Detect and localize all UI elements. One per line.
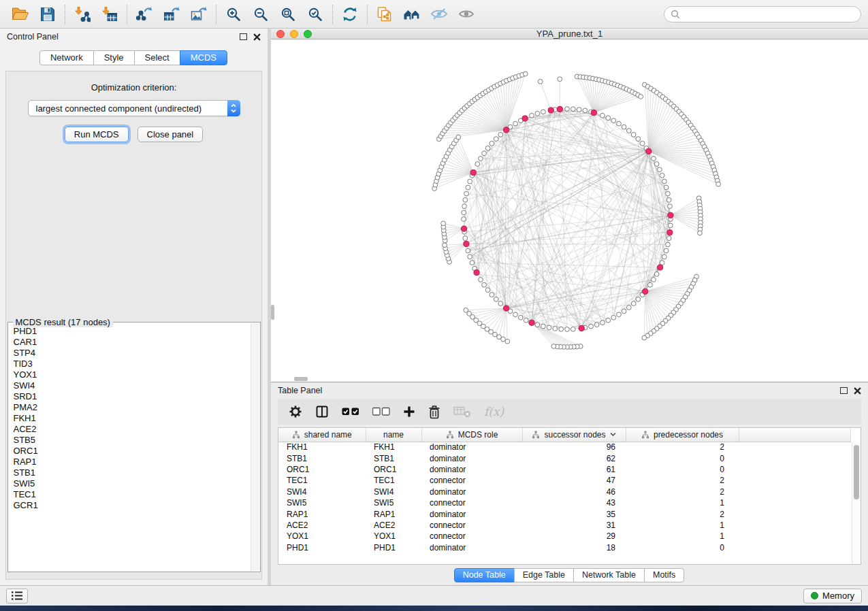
search-input[interactable] xyxy=(684,10,854,19)
toolbar-separator xyxy=(367,5,368,24)
mcds-result-item[interactable]: PHD1 xyxy=(14,326,251,337)
tab-style[interactable]: Style xyxy=(93,50,135,65)
minimize-window-icon[interactable] xyxy=(290,30,298,38)
hierarchy-icon xyxy=(532,431,540,439)
tab-node-table[interactable]: Node Table xyxy=(454,568,515,582)
delete-table-button-disabled[interactable] xyxy=(453,406,471,418)
tab-select[interactable]: Select xyxy=(134,50,180,65)
table-row[interactable]: SWI4SWI4dominator462 xyxy=(278,486,851,497)
mcds-result-item[interactable]: PMA2 xyxy=(14,402,251,413)
export-table-button[interactable] xyxy=(158,2,185,27)
tab-edge-table[interactable]: Edge Table xyxy=(514,568,574,582)
mcds-result-list: PHD1 CAR1 STP4 TID3 YOX1 SWI4 SRD1 PMA2 … xyxy=(9,323,251,571)
hide-selected-button[interactable] xyxy=(425,2,453,27)
create-column-button[interactable] xyxy=(403,406,415,418)
workspace: Control Panel Network Style Select MCDS … xyxy=(0,29,868,585)
mcds-result-item[interactable]: ACE2 xyxy=(14,424,251,435)
show-column-panel-button[interactable] xyxy=(315,405,329,418)
table-row[interactable]: STB1STB1dominator620 xyxy=(278,452,851,463)
column-header-successor-nodes[interactable]: successor nodes xyxy=(522,428,626,442)
network-graph[interactable] xyxy=(271,39,865,379)
mcds-result-item[interactable]: STP4 xyxy=(14,348,251,359)
mcds-result-item[interactable]: SRD1 xyxy=(14,391,251,402)
tab-network-table[interactable]: Network Table xyxy=(573,568,645,582)
copy-style-button[interactable] xyxy=(371,2,398,27)
zoom-out-icon xyxy=(253,6,269,22)
import-network-icon xyxy=(74,6,91,22)
table-row[interactable]: FKH1FKH1dominator962 xyxy=(278,442,851,452)
memory-button[interactable]: Memory xyxy=(803,589,862,604)
table-settings-button[interactable] xyxy=(289,405,302,418)
table-scrollbar[interactable] xyxy=(852,442,861,564)
show-all-button[interactable] xyxy=(453,2,480,27)
table-row[interactable]: ACE2ACE2connector311 xyxy=(278,520,851,531)
splitter-handle-vertical[interactable] xyxy=(271,305,274,320)
zoom-in-button[interactable] xyxy=(220,2,247,27)
zoom-window-icon[interactable] xyxy=(304,30,312,38)
global-search[interactable] xyxy=(664,6,861,22)
table-row[interactable]: SWI5SWI5connector431 xyxy=(278,497,851,508)
close-panel-icon[interactable] xyxy=(253,33,261,41)
homes-icon xyxy=(403,6,421,22)
mcds-result-item[interactable]: STB5 xyxy=(14,435,251,446)
column-header-name[interactable]: name xyxy=(366,428,421,442)
table-row[interactable]: TEC1TEC1connector472 xyxy=(278,475,851,486)
column-header-shared-name[interactable]: shared name xyxy=(278,428,366,442)
open-file-button[interactable] xyxy=(7,2,34,27)
export-network-button[interactable] xyxy=(131,2,158,27)
close-panel-button[interactable]: Close panel xyxy=(138,127,204,142)
first-neighbors-button[interactable] xyxy=(398,2,425,27)
network-canvas[interactable] xyxy=(271,39,868,382)
mcds-result-item[interactable]: FKH1 xyxy=(14,413,251,424)
table-scrollbar-thumb[interactable] xyxy=(854,445,859,499)
mcds-result-item[interactable]: CAR1 xyxy=(14,337,251,348)
table-panel-title: Table Panel xyxy=(278,386,322,395)
mcds-result-item[interactable]: YOX1 xyxy=(14,369,251,380)
table-row[interactable]: ORC1ORC1dominator610 xyxy=(278,464,851,475)
tab-mcds[interactable]: MCDS xyxy=(180,50,227,65)
refresh-button[interactable] xyxy=(336,2,364,27)
close-window-icon[interactable] xyxy=(276,30,285,38)
network-titlebar: YPA_prune.txt_1 xyxy=(271,29,868,39)
toolbar-separator xyxy=(216,5,216,24)
zoom-out-button[interactable] xyxy=(247,2,274,27)
select-all-columns-button[interactable] xyxy=(342,407,359,416)
import-table-button[interactable] xyxy=(96,2,123,27)
tab-motifs[interactable]: Motifs xyxy=(644,568,684,582)
column-header-predecessor-nodes[interactable]: predecessor nodes xyxy=(626,428,739,442)
run-mcds-button[interactable]: Run MCDS xyxy=(65,127,129,142)
mcds-result-item[interactable]: TID3 xyxy=(14,359,251,369)
float-panel-icon[interactable] xyxy=(240,33,247,40)
zoom-selected-button[interactable] xyxy=(302,2,329,27)
mcds-result-item[interactable]: SWI5 xyxy=(14,478,251,489)
zoom-fit-button[interactable] xyxy=(274,2,302,27)
import-network-button[interactable] xyxy=(69,2,96,27)
mcds-result-item[interactable]: RAP1 xyxy=(14,457,251,467)
function-builder-button-disabled[interactable]: f(x) xyxy=(484,405,504,418)
table-row[interactable]: YOX1YOX1connector291 xyxy=(278,531,851,542)
status-bar: Memory xyxy=(0,585,868,606)
mcds-result-item[interactable]: GCR1 xyxy=(14,500,251,511)
table-row[interactable]: RAP1RAP1dominator352 xyxy=(278,508,851,519)
export-image-button[interactable] xyxy=(185,2,212,27)
save-session-button[interactable] xyxy=(34,2,61,27)
float-table-panel-icon[interactable] xyxy=(840,387,848,394)
eye-icon xyxy=(458,8,475,20)
criterion-select[interactable]: largest connected component (undirected) xyxy=(28,100,240,116)
tab-network[interactable]: Network xyxy=(39,50,94,65)
table-row[interactable]: PHD1PHD1dominator180 xyxy=(278,542,851,553)
mcds-result-item[interactable]: TEC1 xyxy=(14,489,251,500)
delete-column-button[interactable] xyxy=(428,405,440,419)
list-icon xyxy=(11,591,23,601)
toolbar-separator xyxy=(332,5,333,24)
deselect-all-columns-button[interactable] xyxy=(372,407,390,416)
result-scrollbar[interactable] xyxy=(251,323,259,571)
close-table-panel-icon[interactable] xyxy=(854,387,861,395)
right-column: YPA_prune.txt_1 Table Panel xyxy=(271,29,868,585)
mcds-result-item[interactable]: STB1 xyxy=(14,467,251,478)
mcds-result-item[interactable]: ORC1 xyxy=(14,446,251,457)
mcds-result-item[interactable]: SWI4 xyxy=(14,380,251,391)
column-header-mcds-role[interactable]: MCDS role xyxy=(421,428,522,442)
task-history-button[interactable] xyxy=(6,589,28,604)
splitter-handle-horizontal[interactable] xyxy=(294,377,308,381)
